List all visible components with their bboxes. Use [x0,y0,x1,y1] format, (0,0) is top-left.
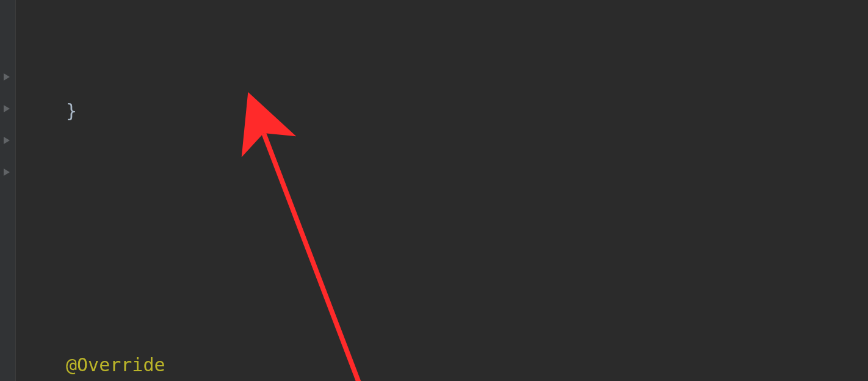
editor-gutter [0,0,16,381]
gutter-marker-icon [2,136,12,145]
code-editor[interactable]: } @Override @Transactional public int de… [16,0,868,381]
code-line[interactable]: @Override [16,349,868,381]
annotation-token: @Override [66,354,165,376]
gutter-marker-icon [2,104,12,114]
code-line[interactable] [16,222,868,254]
code-line[interactable]: } [16,95,868,127]
gutter-marker-icon [2,72,12,82]
gutter-marker-icon [2,167,12,177]
brace-token: } [66,100,77,122]
